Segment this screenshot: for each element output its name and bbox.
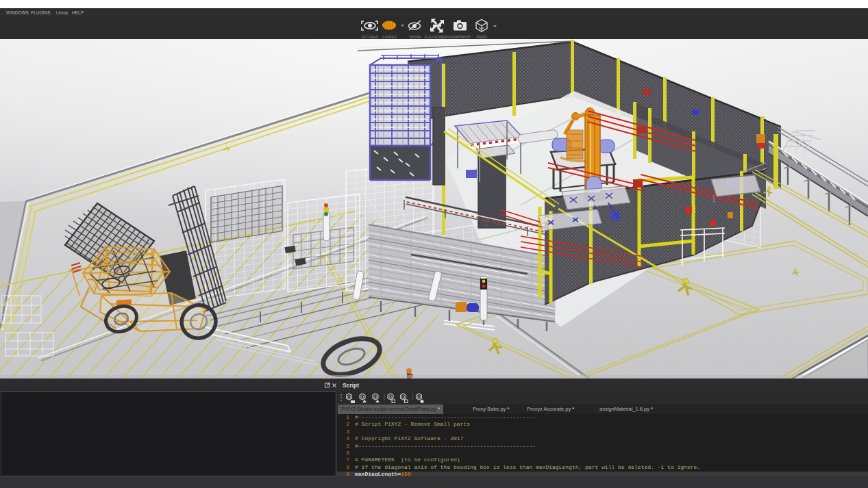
svg-text:Script: Script [343, 382, 359, 389]
